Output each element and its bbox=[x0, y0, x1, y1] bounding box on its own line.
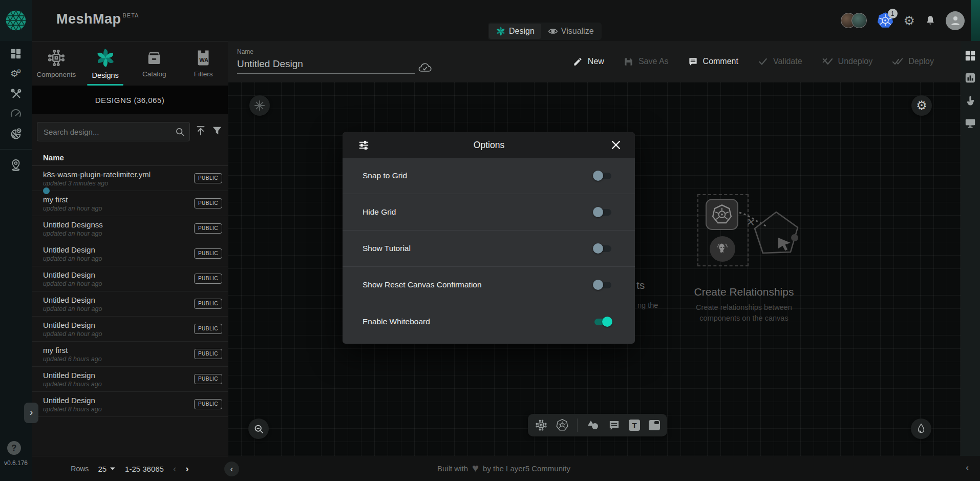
design-row-9[interactable]: Untitled Design updated 8 hours ago PUBL… bbox=[32, 367, 228, 392]
design-name-input[interactable] bbox=[237, 55, 415, 74]
meshmap-pin-icon[interactable] bbox=[9, 158, 23, 172]
enable-whiteboard-toggle[interactable] bbox=[593, 317, 612, 327]
design-row-8[interactable]: my first updated 6 hours ago PUBLIC bbox=[32, 342, 228, 367]
undeploy-button[interactable]: Undeploy bbox=[822, 56, 873, 67]
layer5-logo[interactable] bbox=[0, 0, 32, 41]
prev-page-button[interactable]: ‹ bbox=[173, 463, 176, 474]
bottom-right-collapse-icon[interactable]: ‹ bbox=[966, 463, 969, 473]
sidebar-expand-button[interactable]: › bbox=[24, 403, 38, 423]
deploy-button[interactable]: Deploy bbox=[892, 56, 934, 67]
tab-filters[interactable]: WA Filters bbox=[179, 41, 228, 86]
dock-comment-icon[interactable] bbox=[608, 420, 620, 431]
notifications-bell-icon[interactable] bbox=[925, 14, 936, 27]
metrics-chart-icon[interactable] bbox=[965, 72, 976, 83]
show-reset-canvas-confirmation-toggle[interactable] bbox=[593, 280, 612, 290]
whiteboard-ink-button[interactable] bbox=[911, 419, 931, 439]
visibility-badge[interactable]: PUBLIC bbox=[194, 374, 222, 384]
performance-gauge-icon[interactable] bbox=[9, 107, 23, 120]
tab-designs[interactable]: Designs bbox=[81, 41, 130, 86]
visibility-badge[interactable]: PUBLIC bbox=[194, 248, 222, 259]
rows-per-page-select[interactable]: 25 bbox=[98, 465, 116, 473]
undeploy-label: Undeploy bbox=[838, 57, 873, 66]
design-row-1[interactable]: k8s-wasm-plugin-ratelimiter.yml updated … bbox=[32, 166, 228, 191]
visibility-badge[interactable]: PUBLIC bbox=[194, 399, 222, 409]
canvas-settings-button[interactable]: ⚙ bbox=[911, 95, 932, 116]
option-row-show-tutorial: Show Tutorial bbox=[343, 231, 635, 267]
snap-to-grid-toggle[interactable] bbox=[593, 171, 612, 181]
extensions-mesh-icon[interactable] bbox=[9, 127, 23, 140]
tab-design-mode[interactable]: Design bbox=[489, 24, 541, 39]
design-updated: updated 8 hours ago bbox=[43, 381, 194, 388]
dashboard-icon[interactable] bbox=[9, 47, 23, 60]
show-tutorial-toggle[interactable] bbox=[593, 243, 612, 254]
user-profile-button[interactable] bbox=[946, 11, 965, 30]
display-monitor-icon[interactable] bbox=[964, 117, 976, 129]
visualize-mode-label: Visualize bbox=[561, 27, 594, 36]
views-grid-icon[interactable] bbox=[965, 50, 976, 61]
tab-visualize-mode[interactable]: Visualize bbox=[541, 24, 601, 39]
search-icon[interactable] bbox=[175, 127, 185, 139]
design-row-5[interactable]: Untitled Design updated an hour ago PUBL… bbox=[32, 266, 228, 291]
design-row-4[interactable]: Untitled Design updated an hour ago PUBL… bbox=[32, 241, 228, 266]
design-row-2[interactable]: my first updated an hour ago PUBLIC bbox=[32, 191, 228, 216]
design-name: Untitled Design bbox=[43, 371, 194, 380]
dock-media-icon[interactable] bbox=[649, 420, 660, 430]
hide-grid-toggle[interactable] bbox=[593, 207, 612, 217]
layer5-mesh-logo-icon bbox=[5, 9, 27, 32]
collaborator-avatar-2[interactable] bbox=[851, 13, 867, 28]
tab-components[interactable]: Components bbox=[32, 41, 81, 86]
canvas-quick-actions-button[interactable] bbox=[249, 95, 270, 116]
save-as-button[interactable]: Save As bbox=[624, 57, 669, 67]
settings-gear-icon[interactable]: ⚙ bbox=[904, 14, 915, 27]
context-count-badge: 1 bbox=[888, 9, 898, 18]
design-row-6[interactable]: Untitled Design updated an hour ago PUBL… bbox=[32, 291, 228, 317]
design-name: k8s-wasm-plugin-ratelimiter.yml bbox=[43, 170, 194, 179]
bottom-left-collapse-button[interactable]: ‹ bbox=[224, 462, 239, 476]
visibility-badge[interactable]: PUBLIC bbox=[194, 173, 222, 183]
help-button[interactable]: ? bbox=[7, 441, 21, 455]
app-version: v0.6.176 bbox=[0, 459, 32, 467]
header-accent-strip bbox=[971, 0, 980, 41]
import-design-icon[interactable] bbox=[195, 125, 206, 138]
design-name: Untitled Design bbox=[43, 396, 194, 405]
visibility-badge[interactable]: PUBLIC bbox=[194, 349, 222, 359]
visibility-badge[interactable]: PUBLIC bbox=[194, 324, 222, 334]
close-modal-button[interactable] bbox=[608, 137, 624, 153]
dock-shapes-icon[interactable] bbox=[586, 419, 600, 431]
kubernetes-context-button[interactable]: 1 bbox=[877, 12, 894, 29]
visibility-badge[interactable]: PUBLIC bbox=[194, 223, 222, 234]
option-label: Snap to Grid bbox=[363, 171, 407, 180]
lifecycle-gears-icon[interactable]: ⚙⚙ bbox=[9, 67, 23, 80]
rail-divider bbox=[0, 149, 32, 150]
comment-button[interactable]: Comment bbox=[688, 57, 738, 67]
tab-catalog[interactable]: Catalog bbox=[130, 41, 179, 86]
configuration-tools-icon[interactable] bbox=[9, 87, 23, 100]
dock-kubernetes-icon[interactable] bbox=[556, 419, 568, 431]
new-design-button[interactable]: New bbox=[573, 57, 604, 67]
visibility-badge[interactable]: PUBLIC bbox=[194, 274, 222, 284]
squid-icon bbox=[715, 241, 730, 257]
option-label: Hide Grid bbox=[363, 207, 396, 217]
dock-text-tool-icon[interactable]: T bbox=[629, 420, 640, 431]
design-row-7[interactable]: Untitled Design updated an hour ago PUBL… bbox=[32, 317, 228, 342]
ink-drop-icon bbox=[916, 423, 926, 434]
kubernetes-wheel-icon bbox=[712, 204, 732, 225]
rows-per-page-value: 25 bbox=[98, 465, 106, 473]
canvas-dock: T bbox=[528, 414, 667, 436]
design-list: k8s-wasm-plugin-ratelimiter.yml updated … bbox=[32, 166, 228, 417]
next-page-button[interactable]: › bbox=[185, 463, 188, 474]
interaction-hand-icon[interactable] bbox=[965, 94, 976, 107]
design-row-10[interactable]: Untitled Design updated 8 hours ago PUBL… bbox=[32, 392, 228, 417]
options-modal-title: Options bbox=[370, 140, 608, 151]
filter-funnel-icon[interactable] bbox=[211, 125, 223, 138]
zoom-out-button[interactable] bbox=[248, 419, 269, 439]
visibility-badge[interactable]: PUBLIC bbox=[194, 299, 222, 309]
validate-button[interactable]: Validate bbox=[758, 56, 802, 67]
dock-components-icon[interactable] bbox=[535, 419, 547, 431]
design-row-3[interactable]: Untitled Designss updated an hour ago PU… bbox=[32, 216, 228, 241]
visibility-badge[interactable]: PUBLIC bbox=[194, 198, 222, 208]
search-design-input[interactable] bbox=[37, 122, 189, 141]
collaborator-avatars[interactable] bbox=[841, 13, 867, 28]
option-row-enable-whiteboard: Enable Whiteboard bbox=[343, 303, 635, 340]
collaborator-presence-dot bbox=[42, 186, 51, 195]
